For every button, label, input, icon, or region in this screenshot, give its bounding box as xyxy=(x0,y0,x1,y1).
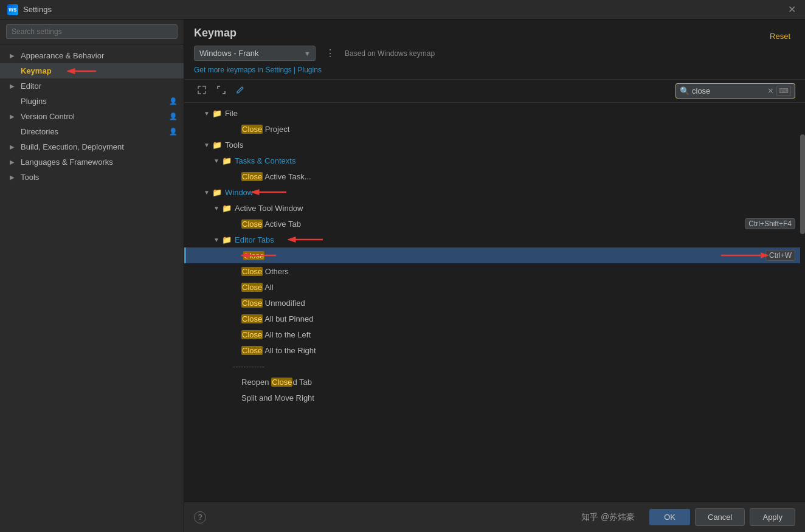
highlight-close-unmodified: Close xyxy=(241,299,263,308)
tree-label-tasks-contexts: Tasks & Contexts xyxy=(235,156,295,165)
tree-item-close-all-right[interactable]: Close All to the Right xyxy=(184,342,805,358)
shortcut-close-partial: Ctrl+W xyxy=(765,250,795,261)
tree-item-close[interactable]: Close Ctrl+W xyxy=(184,247,805,263)
search-keyboard-icon: ⌨ xyxy=(776,86,791,96)
main-layout: ▶ Appearance & Behavior Keymap ▶ Editor xyxy=(0,19,805,532)
expand-all-button[interactable] xyxy=(194,83,210,98)
keymap-row: Windows - Frank ▼ ⋮ Based on Windows key… xyxy=(194,46,795,61)
expand-arrow-build: ▶ xyxy=(10,143,17,150)
bottom-bar: ? 知乎 @苏炜豪 OK Cancel Apply xyxy=(184,502,805,532)
expand-arrow-lang: ▶ xyxy=(10,159,17,165)
highlight-closed-tab: Close xyxy=(271,378,292,387)
help-button[interactable]: ? xyxy=(194,511,206,523)
tree-item-close-others[interactable]: Close Others xyxy=(184,263,805,279)
keymap-more-options[interactable]: ⋮ xyxy=(322,46,339,60)
folder-icon-window: 📁 xyxy=(212,188,222,197)
tree-item-close-active-task[interactable]: Close Active Task... xyxy=(184,168,805,184)
tree-item-file[interactable]: ▼ 📁 File xyxy=(184,105,805,121)
tree-label-close-active-task: Close Active Task... xyxy=(241,172,311,181)
sidebar-item-editor[interactable]: ▶ Editor xyxy=(0,78,184,94)
window-title: Settings xyxy=(23,5,52,14)
tree-item-split-move-right[interactable]: Split and Move Right xyxy=(184,390,805,406)
sidebar-item-languages[interactable]: ▶ Languages & Frameworks xyxy=(0,154,184,170)
tree-item-close-active-tab[interactable]: Close Active Tab Ctrl+Shift+F4 xyxy=(184,216,805,232)
expand-tools-folder: ▼ xyxy=(204,142,210,148)
reset-button[interactable]: Reset xyxy=(765,29,795,43)
collapse-all-button[interactable] xyxy=(213,83,229,98)
highlight-close-all-left: Close xyxy=(241,330,263,339)
help-icon: ? xyxy=(198,513,202,522)
edit-button[interactable] xyxy=(233,84,247,98)
expand-editor-tabs: ▼ xyxy=(213,237,219,243)
tree-item-reopen-closed-tab[interactable]: Reopen Closed Tab xyxy=(184,374,805,390)
tree-item-close-unmodified[interactable]: Close Unmodified xyxy=(184,295,805,311)
dirs-user-icon: 👤 xyxy=(169,128,178,136)
sidebar: ▶ Appearance & Behavior Keymap ▶ Editor xyxy=(0,19,184,532)
tree-label-editor-tabs: Editor Tabs xyxy=(235,235,274,244)
expand-window: ▼ xyxy=(204,189,210,196)
search-box: 🔍 ✕ ⌨ xyxy=(675,83,795,98)
sidebar-label-plugins: Plugins xyxy=(21,97,165,106)
tree-label-close-all: Close All xyxy=(241,283,274,292)
tree-item-close-all-but-pinned[interactable]: Close All but Pinned xyxy=(184,311,805,326)
get-more-link[interactable]: Get more keymaps in Settings | Plugins xyxy=(194,66,795,74)
tree-area: ▼ 📁 File Close Project ▼ 📁 Tools ▼ 📁 xyxy=(184,103,805,502)
content-area: Keymap Reset Windows - Frank ▼ ⋮ Based o… xyxy=(184,19,805,532)
scrollbar-track xyxy=(800,103,805,502)
tree-item-tools-folder[interactable]: ▼ 📁 Tools xyxy=(184,137,805,153)
tree-label-close-project: Close Project xyxy=(241,125,289,134)
keymap-based-text: Based on Windows keymap xyxy=(345,49,435,58)
keymap-arrow-annotation xyxy=(67,65,97,77)
app-icon: ws xyxy=(7,4,18,15)
expand-all-icon xyxy=(197,85,207,95)
sidebar-item-appearance[interactable]: ▶ Appearance & Behavior xyxy=(0,48,184,63)
sidebar-item-version-control[interactable]: ▶ Version Control 👤 xyxy=(0,109,184,124)
sidebar-item-plugins[interactable]: Plugins 👤 xyxy=(0,94,184,109)
shortcut-close-active-tab: Ctrl+Shift+F4 xyxy=(745,218,795,229)
scrollbar-thumb[interactable] xyxy=(800,134,805,234)
edit-icon xyxy=(236,86,244,94)
search-clear-button[interactable]: ✕ xyxy=(767,86,774,95)
apply-button[interactable]: Apply xyxy=(750,508,795,526)
keymap-select[interactable]: Windows - Frank xyxy=(194,46,316,61)
tree-label-close-all-but-pinned: Close All but Pinned xyxy=(241,314,313,323)
tree-label-close-all-right: Close All to the Right xyxy=(241,346,316,355)
tree-item-editor-tabs[interactable]: ▼ 📁 Editor Tabs xyxy=(184,232,805,247)
sidebar-item-keymap[interactable]: Keymap xyxy=(0,63,184,78)
tree-label-split-move-right: Split and Move Right xyxy=(241,393,314,402)
highlight-close-active-task: Close xyxy=(241,172,263,181)
sidebar-search-area xyxy=(0,19,184,44)
tree-item-close-all[interactable]: Close All xyxy=(184,279,805,295)
keymap-select-wrapper: Windows - Frank ▼ xyxy=(194,46,316,61)
expand-arrow-tools: ▶ xyxy=(10,174,17,181)
highlight-close-all-but-pinned: Close xyxy=(241,314,263,323)
sidebar-item-build[interactable]: ▶ Build, Execution, Deployment xyxy=(0,139,184,154)
sidebar-label-keymap: Keymap xyxy=(21,66,178,75)
tree-item-close-project[interactable]: Close Project xyxy=(184,121,805,137)
title-bar-left: ws Settings xyxy=(7,4,52,15)
tree-label-reopen-closed-tab: Reopen Closed Tab xyxy=(241,378,312,387)
sidebar-search-input[interactable] xyxy=(6,24,178,39)
tree-item-active-tool-window[interactable]: ▼ 📁 Active Tool Window xyxy=(184,200,805,216)
search-input[interactable] xyxy=(692,86,765,95)
folder-icon-tools: 📁 xyxy=(212,140,222,150)
window-arrow-annotation xyxy=(251,186,288,198)
cancel-button[interactable]: Cancel xyxy=(695,508,745,526)
tree-label-window: Window xyxy=(225,188,253,197)
sidebar-item-directories[interactable]: Directories 👤 xyxy=(0,124,184,139)
highlight-close-all-right: Close xyxy=(241,346,263,355)
ok-button[interactable]: OK xyxy=(649,509,690,525)
close-right-arrow xyxy=(720,249,769,261)
highlight-close-project: Close xyxy=(241,125,263,134)
close-button[interactable]: ✕ xyxy=(788,5,798,15)
sidebar-label-vc: Version Control xyxy=(21,112,165,121)
tree-label-file: File xyxy=(225,109,238,118)
expand-arrow-appearance: ▶ xyxy=(10,52,17,59)
sidebar-item-tools[interactable]: ▶ Tools xyxy=(0,170,184,185)
tree-item-window[interactable]: ▼ 📁 Window xyxy=(184,184,805,200)
tree-item-tasks-contexts[interactable]: ▼ 📁 Tasks & Contexts xyxy=(184,153,805,168)
close-left-arrow xyxy=(241,249,277,261)
highlight-close-active-tab: Close xyxy=(241,219,263,229)
page-title: Keymap xyxy=(194,27,237,40)
tree-item-close-all-left[interactable]: Close All to the Left xyxy=(184,326,805,342)
